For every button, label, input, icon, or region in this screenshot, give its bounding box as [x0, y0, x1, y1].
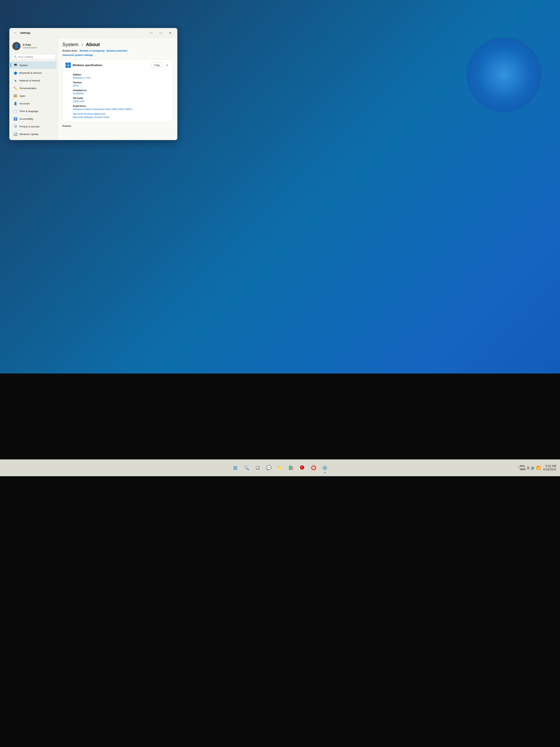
- taskbar-app2-button[interactable]: ⭕: [309, 463, 318, 473]
- breadcrumb-separator: ›: [81, 42, 83, 47]
- user-name: X-Trim: [23, 43, 37, 46]
- advanced-system-settings-link[interactable]: Advanced system settings: [62, 54, 93, 56]
- nav-label-system: System: [20, 64, 28, 67]
- page-title: System › About: [62, 42, 173, 47]
- collapse-button[interactable]: ∧: [164, 62, 170, 68]
- domain-workgroup-link[interactable]: Domain or workgroup: [80, 49, 105, 52]
- spec-os-build: OS build 22621.525: [73, 97, 169, 103]
- back-button[interactable]: ←: [12, 30, 18, 36]
- start-icon: ⊞: [233, 465, 237, 471]
- nav-item-system[interactable]: 🖥️ System: [10, 61, 57, 69]
- window-controls: — □ ✕: [147, 30, 175, 36]
- language-indicator[interactable]: РУС UKR: [520, 465, 525, 471]
- taskbar-search-button[interactable]: 🔍: [242, 463, 251, 473]
- search-icon: 🔍: [14, 55, 17, 58]
- time-display: 9:20 AM: [545, 464, 556, 468]
- maximize-button[interactable]: □: [156, 30, 165, 36]
- user-profile[interactable]: 👤 X-Trim Local Account: [9, 40, 58, 52]
- title-bar-left: ← Settings: [12, 30, 30, 36]
- taskbar-right: ^ РУС UKR 🖥 🔊 📶 9:20 AM 4/19/2024: [517, 464, 556, 471]
- related-links-label: Related links: [62, 49, 77, 52]
- nav-label-network: Network & internet: [20, 79, 40, 82]
- nav-item-update[interactable]: 🔄 Windows Update: [10, 130, 57, 138]
- sidebar: 👤 X-Trim Local Account 🔍 🖥️ System: [9, 38, 58, 140]
- taskbar-files-button[interactable]: 📁: [275, 463, 285, 473]
- system-icon: 🖥️: [14, 63, 18, 67]
- time-icon: 🕐: [14, 109, 18, 113]
- nav-item-privacy[interactable]: 🛡️ Privacy & security: [10, 123, 57, 130]
- user-info: X-Trim Local Account: [23, 43, 37, 49]
- app1-icon: 🅡: [300, 465, 304, 470]
- taskbar-settings-button[interactable]: ⚙️: [320, 463, 330, 473]
- system-protection-link[interactable]: System protection: [106, 49, 127, 52]
- nav-item-network[interactable]: ◈ Network & internet: [10, 77, 57, 84]
- specs-title: Windows specifications: [73, 64, 102, 67]
- search-box[interactable]: 🔍: [11, 54, 55, 59]
- microsoft-services-link[interactable]: Microsoft Services Agreement: [73, 112, 169, 115]
- nav-item-accounts[interactable]: 👤 Accounts: [10, 100, 57, 107]
- desktop-bottom: [0, 374, 560, 747]
- nav-label-accounts: Accounts: [20, 102, 30, 105]
- nav-label-accessibility: Accessibility: [20, 118, 33, 120]
- spec-label-installed: Installed on: [73, 89, 169, 92]
- spec-value-osbuild: 22621.525: [73, 100, 169, 103]
- main-content: System › About Related links Domain or w…: [58, 38, 177, 140]
- taskbar-settings-icon: ⚙️: [322, 465, 328, 470]
- nav-item-accessibility[interactable]: ♿ Accessibility: [10, 115, 57, 123]
- logo-piece-2: [68, 62, 71, 65]
- nav-label-time: Time & language: [20, 110, 38, 112]
- lang-line2: UKR: [520, 468, 525, 471]
- taskbar: ⊞ 🔍 ❑ 💬 📁 🛍️ 🅡 ⭕ ⚙️: [0, 459, 560, 476]
- spec-installed-on: Installed on 4/19/2024: [73, 89, 169, 95]
- spec-label-osbuild: OS build: [73, 97, 169, 100]
- specs-body: Edition Windows 11 Pro Version 22H2 Inst…: [62, 71, 173, 122]
- desktop: ← Settings — □ ✕ 👤 X-Trim Local Account: [0, 0, 560, 747]
- spec-value-edition: Windows 11 Pro: [73, 76, 169, 79]
- nav-item-time[interactable]: 🕐 Time & language: [10, 107, 57, 115]
- date-display: 4/19/2024: [543, 468, 556, 471]
- taskbar-taskview-button[interactable]: ❑: [253, 463, 263, 473]
- taskbar-app1-button[interactable]: 🅡: [297, 463, 307, 473]
- taskbar-start-button[interactable]: ⊞: [230, 463, 240, 473]
- title-bar: ← Settings — □ ✕: [9, 28, 177, 38]
- taskview-icon: ❑: [256, 465, 260, 470]
- specs-header-right: Copy ∧: [151, 62, 170, 68]
- taskbar-store-button[interactable]: 🛍️: [286, 463, 296, 473]
- taskbar-chat-button[interactable]: 💬: [264, 463, 274, 473]
- apps-icon: 🖼️: [14, 94, 18, 98]
- taskbar-center: ⊞ 🔍 ❑ 💬 📁 🛍️ 🅡 ⭕ ⚙️: [230, 463, 330, 473]
- spec-label-experience: Experience: [73, 105, 169, 107]
- spec-version: Version 22H2: [73, 81, 169, 87]
- privacy-icon: 🛡️: [14, 124, 18, 128]
- spec-label-version: Version: [73, 81, 169, 84]
- lang-line1: РУС: [520, 465, 525, 468]
- spec-value-experience: Windows Feature Experience Pack 1000.226…: [73, 108, 169, 110]
- bluetooth-icon: ⬤: [14, 71, 18, 75]
- chevron-icon[interactable]: ^: [517, 466, 519, 469]
- nav-label-privacy: Privacy & security: [20, 125, 39, 128]
- nav-label-apps: Apps: [20, 95, 25, 97]
- network-tray-icon: 📶: [536, 466, 541, 470]
- logo-piece-3: [65, 66, 68, 68]
- files-icon: 📁: [277, 465, 283, 470]
- microsoft-license-link[interactable]: Microsoft Software License Terms: [73, 116, 169, 119]
- search-input[interactable]: [18, 55, 53, 58]
- settings-window: ← Settings — □ ✕ 👤 X-Trim Local Account: [9, 28, 177, 140]
- nav-item-apps[interactable]: 🖼️ Apps: [10, 92, 57, 100]
- desktop-decoration: [467, 37, 541, 112]
- nav-item-personalization[interactable]: ✏️ Personalization: [10, 84, 57, 92]
- copy-button[interactable]: Copy: [151, 62, 163, 68]
- window-title: Settings: [20, 31, 30, 34]
- nav-label-personalization: Personalization: [20, 87, 36, 89]
- clock[interactable]: 9:20 AM 4/19/2024: [543, 464, 556, 471]
- taskbar-search-icon: 🔍: [244, 465, 249, 470]
- close-button[interactable]: ✕: [166, 30, 175, 36]
- minimize-button[interactable]: —: [147, 30, 156, 36]
- breadcrumb-system: System: [62, 42, 79, 47]
- personalization-icon: ✏️: [14, 86, 18, 90]
- windows-specs-card: Windows specifications Copy ∧ Edition Wi…: [62, 59, 173, 122]
- speaker-icon: 🔊: [531, 466, 535, 470]
- nav-label-update: Windows Update: [20, 133, 38, 135]
- nav-item-bluetooth[interactable]: ⬤ Bluetooth & devices: [10, 69, 57, 77]
- specs-header-left: Windows specifications: [65, 62, 102, 68]
